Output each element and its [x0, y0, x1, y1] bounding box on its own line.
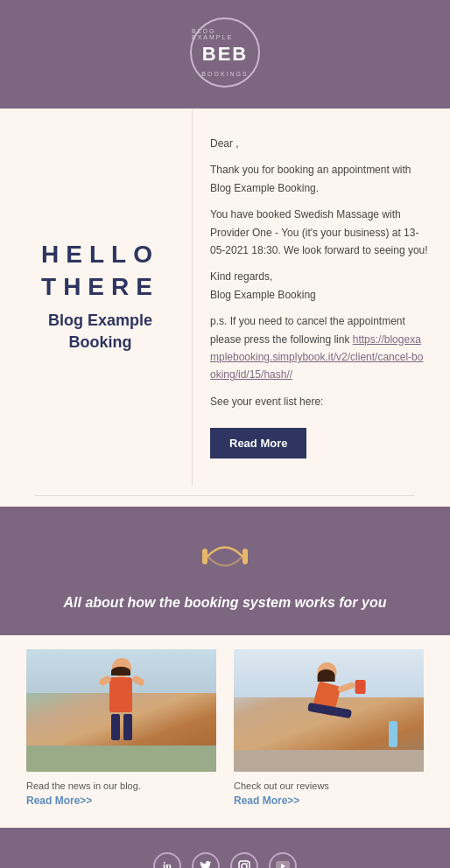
hello-heading: HELLO THERE	[41, 239, 159, 303]
kind-regards: Kind regards, Blog Example Booking	[210, 268, 429, 304]
right-panel: Dear , Thank you for booking an appointm…	[193, 108, 450, 485]
linkedin-icon[interactable]: in	[153, 852, 181, 868]
banner-text: All about how the booking system works f…	[18, 595, 432, 611]
read-more-button[interactable]: Read More	[210, 428, 306, 458]
logo-main-text: BEB	[202, 43, 248, 66]
youtube-icon[interactable]	[269, 852, 297, 868]
hello-line1: HELLO	[41, 241, 159, 268]
svg-rect-0	[202, 549, 207, 564]
brand-name: Blog Example Booking	[48, 310, 152, 354]
card-2-image	[234, 649, 424, 772]
booking-details: You have booked Swedish Massage with Pro…	[210, 206, 429, 259]
left-panel: HELLO THERE Blog Example Booking	[0, 108, 193, 485]
divider-line	[35, 495, 415, 496]
cards-section: Read the news in our blog. Read More>>	[0, 635, 450, 828]
ps-text: p.s. If you need to cancel the appointme…	[210, 312, 429, 384]
email-header: BLOG EXAMPLE BEB BOOKINGS	[0, 0, 450, 108]
card-2-link[interactable]: Read More>>	[234, 794, 424, 807]
social-icons: in	[18, 852, 432, 868]
thank-you-text: Thank you for booking an appointment wit…	[210, 161, 429, 197]
hello-line2: THERE	[41, 273, 159, 300]
logo: BLOG EXAMPLE BEB BOOKINGS	[190, 18, 260, 88]
logo-bottom-text: BOOKINGS	[201, 71, 248, 77]
svg-rect-1	[243, 549, 248, 564]
jump-rope-icon	[18, 531, 432, 583]
card-2: Check out our reviews Read More>>	[234, 649, 424, 807]
card-1-image	[26, 649, 216, 772]
card-1-link[interactable]: Read More>>	[26, 794, 216, 807]
card-1: Read the news in our blog. Read More>>	[26, 649, 216, 807]
card-2-caption: Check out our reviews	[234, 780, 424, 791]
svg-rect-2	[239, 861, 250, 868]
svg-point-4	[247, 863, 248, 864]
greeting: Dear ,	[210, 135, 429, 152]
card-1-caption: Read the news in our blog.	[26, 780, 216, 791]
purple-banner: All about how the booking system works f…	[0, 507, 450, 635]
twitter-icon[interactable]	[192, 852, 220, 868]
svg-point-3	[242, 864, 247, 868]
main-content: HELLO THERE Blog Example Booking Dear , …	[0, 108, 450, 485]
divider-section	[0, 485, 450, 507]
footer: in Call: +357 12345678 Email: beb@beb.bl…	[0, 828, 450, 868]
instagram-icon[interactable]	[230, 852, 258, 868]
logo-top-text: BLOG EXAMPLE	[192, 28, 258, 40]
event-list-text: See your event list here:	[210, 393, 429, 410]
